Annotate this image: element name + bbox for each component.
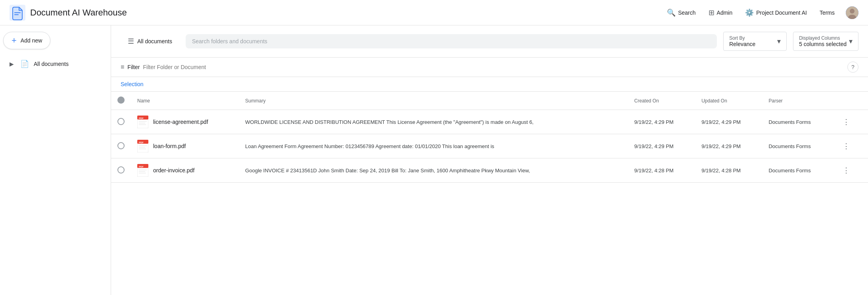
search-input[interactable] <box>192 38 711 44</box>
row-created-on-cell: 9/19/22, 4:29 PM <box>628 110 695 134</box>
created-on-text: 9/19/22, 4:29 PM <box>634 119 674 125</box>
chevron-icon: ▶ <box>10 61 14 67</box>
summary-text: Google INVOICE # 23413561D John Smith Da… <box>245 168 530 174</box>
row-checkbox[interactable] <box>117 142 125 149</box>
table-row: PDF license-agreement.pdf WORLDWIDE LICE… <box>111 110 868 134</box>
summary-text: WORLDWIDE LICENSE AND DISTRIBUTION AGREE… <box>245 119 534 125</box>
selection-link[interactable]: Selection <box>121 81 144 87</box>
row-checkbox-cell <box>111 158 131 183</box>
table-row: PDF order-invoice.pdf Google INVOICE # 2… <box>111 158 868 183</box>
filter-input[interactable] <box>143 64 844 70</box>
svg-text:PDF: PDF <box>139 141 144 144</box>
documents-table: Name Summary Created On Updated On Parse <box>111 92 868 183</box>
avatar[interactable] <box>846 6 858 19</box>
nav-admin[interactable]: ⊞ Admin <box>704 5 737 20</box>
sort-by-label: Sort By <box>729 35 755 41</box>
filter-bar: ≡ Filter ? <box>111 58 868 77</box>
pdf-icon: PDF <box>137 116 148 128</box>
add-new-label: Add new <box>21 37 42 44</box>
svg-text:PDF: PDF <box>139 166 144 168</box>
logo-area: Document AI Warehouse <box>10 5 127 21</box>
table-row: PDF loan-form.pdf Loan Agreement Form Ag… <box>111 134 868 158</box>
pdf-icon: PDF <box>137 164 148 177</box>
row-name-cell: PDF order-invoice.pdf <box>131 158 239 183</box>
sort-by-value: Relevance <box>729 41 755 47</box>
row-created-on-cell: 9/19/22, 4:29 PM <box>628 134 695 158</box>
row-updated-on-cell: 9/19/22, 4:28 PM <box>695 158 762 183</box>
row-parser-cell: Documents Forms <box>762 110 833 134</box>
filter-lines-icon: ☰ <box>128 37 134 46</box>
row-summary-cell: WORLDWIDE LICENSE AND DISTRIBUTION AGREE… <box>239 110 628 134</box>
table-header-updated-on: Updated On <box>695 92 762 110</box>
row-actions-cell: ⋮ <box>833 110 868 134</box>
parser-text: Documents Forms <box>768 143 810 149</box>
row-actions-cell: ⋮ <box>833 158 868 183</box>
file-name[interactable]: license-agreement.pdf <box>153 119 208 125</box>
document-icon: 📄 <box>20 60 29 68</box>
table-container: Name Summary Created On Updated On Parse <box>111 92 868 295</box>
row-name-cell: PDF license-agreement.pdf <box>131 110 239 134</box>
displayed-columns-label: Displayed Columns <box>799 35 847 41</box>
table-header-created-on: Created On <box>628 92 695 110</box>
row-created-on-cell: 9/19/22, 4:28 PM <box>628 158 695 183</box>
table-header-summary: Summary <box>239 92 628 110</box>
row-summary-cell: Google INVOICE # 23413561D John Smith Da… <box>239 158 628 183</box>
filter-label: Filter <box>127 64 140 70</box>
sort-by-control[interactable]: Sort By Relevance ▾ <box>723 32 787 51</box>
all-documents-button[interactable]: ☰ All documents <box>121 33 179 50</box>
row-checkbox[interactable] <box>117 118 125 125</box>
row-summary-cell: Loan Agreement Form Agreement Number: 01… <box>239 134 628 158</box>
chevron-down-icon-2: ▾ <box>849 37 853 46</box>
plus-icon: + <box>12 36 17 45</box>
sort-by-info: Sort By Relevance <box>729 35 755 47</box>
nav-admin-label: Admin <box>717 10 733 16</box>
table-body: PDF license-agreement.pdf WORLDWIDE LICE… <box>111 110 868 183</box>
sidebar-item-all-documents[interactable]: ▶ 📄 All documents <box>3 56 108 72</box>
summary-text: Loan Agreement Form Agreement Number: 01… <box>245 143 494 149</box>
svg-point-4 <box>850 9 855 13</box>
main-content: ☰ All documents Sort By Relevance ▾ Disp… <box>111 25 868 295</box>
add-new-button[interactable]: + Add new <box>3 32 50 49</box>
app-logo-icon <box>10 5 25 21</box>
displayed-columns-control[interactable]: Displayed Columns 5 columns selected ▾ <box>793 32 858 51</box>
parser-text: Documents Forms <box>768 119 810 125</box>
sidebar-all-documents-label: All documents <box>34 61 69 67</box>
header: Document AI Warehouse 🔍 Search ⊞ Admin ⚙… <box>0 0 868 25</box>
row-actions-cell: ⋮ <box>833 134 868 158</box>
displayed-columns-info: Displayed Columns 5 columns selected <box>799 35 847 47</box>
svg-text:PDF: PDF <box>139 117 144 120</box>
search-icon: 🔍 <box>667 8 676 17</box>
file-name[interactable]: loan-form.pdf <box>153 143 186 149</box>
updated-on-text: 9/19/22, 4:28 PM <box>701 168 741 174</box>
selection-bar: Selection <box>111 77 868 92</box>
nav-terms-label: Terms <box>820 10 835 16</box>
nav-search[interactable]: 🔍 Search <box>662 5 700 20</box>
more-actions-button[interactable]: ⋮ <box>839 164 854 176</box>
header-checkbox[interactable] <box>117 96 125 104</box>
nav-terms[interactable]: Terms <box>815 6 839 19</box>
toolbar: ☰ All documents Sort By Relevance ▾ Disp… <box>111 25 868 58</box>
table-header-actions <box>833 92 868 110</box>
nav-project[interactable]: ⚙️ Project Document AI <box>740 5 812 20</box>
parser-text: Documents Forms <box>768 168 810 174</box>
table-header: Name Summary Created On Updated On Parse <box>111 92 868 110</box>
row-checkbox[interactable] <box>117 166 125 174</box>
nav-project-label: Project Document AI <box>756 10 807 16</box>
row-checkbox-cell <box>111 134 131 158</box>
more-actions-button[interactable]: ⋮ <box>839 140 854 152</box>
row-updated-on-cell: 9/19/22, 4:29 PM <box>695 110 762 134</box>
updated-on-text: 9/19/22, 4:29 PM <box>701 143 741 149</box>
row-name-cell: PDF loan-form.pdf <box>131 134 239 158</box>
row-parser-cell: Documents Forms <box>762 134 833 158</box>
filter-icon: ≡ <box>121 64 124 71</box>
chevron-down-icon: ▾ <box>777 37 781 46</box>
table-header-parser: Parser <box>762 92 833 110</box>
table-header-checkbox <box>111 92 131 110</box>
more-actions-button[interactable]: ⋮ <box>839 116 854 128</box>
all-documents-label: All documents <box>137 38 172 44</box>
help-icon[interactable]: ? <box>847 62 858 73</box>
search-box[interactable] <box>186 34 717 48</box>
displayed-columns-value: 5 columns selected <box>799 41 847 47</box>
row-parser-cell: Documents Forms <box>762 158 833 183</box>
file-name[interactable]: order-invoice.pdf <box>153 167 194 174</box>
